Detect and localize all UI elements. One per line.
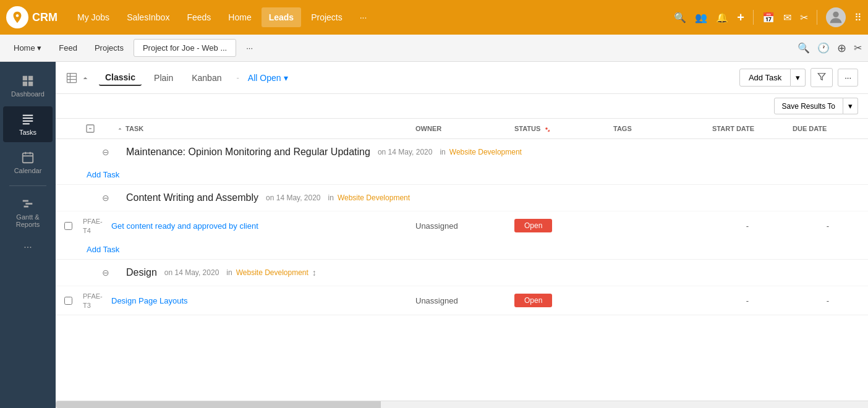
toolbar-right: Add Task ▾ ··· xyxy=(739,68,858,87)
nav-project-tab[interactable]: Project for Joe - Web ... xyxy=(134,39,236,57)
section-collapse-design[interactable]: ⊖ xyxy=(102,268,109,278)
svg-rect-13 xyxy=(23,200,28,202)
section-project-0[interactable]: Website Development xyxy=(449,148,522,156)
logo-text: CRM xyxy=(32,11,57,24)
filter-button[interactable] xyxy=(811,68,833,87)
filter-label: All Open xyxy=(248,73,281,83)
section-title-content: Content Writing and Assembly xyxy=(126,192,258,203)
svg-point-23 xyxy=(546,127,548,130)
task-status-t4[interactable]: Open xyxy=(509,219,608,232)
nav-home[interactable]: Home xyxy=(221,7,258,27)
nav-feed[interactable]: Feed xyxy=(51,40,85,56)
task-owner-t3: Unassigned xyxy=(411,296,509,305)
add-task-section-1[interactable]: Add Task xyxy=(56,240,868,259)
nav-more[interactable]: ··· xyxy=(352,7,375,27)
section-title-maintenance: Maintenance: Opinion Monitoring and Regu… xyxy=(126,147,370,158)
svg-marker-20 xyxy=(818,74,825,80)
sidebar-more[interactable]: ··· xyxy=(19,237,36,258)
divider xyxy=(753,10,754,25)
task-status-t3[interactable]: Open xyxy=(509,294,608,307)
svg-point-0 xyxy=(833,12,838,17)
view-separator: - xyxy=(236,73,239,82)
avatar[interactable] xyxy=(826,7,846,27)
section-in-1: in xyxy=(328,193,334,202)
sidebar-dashboard-label: Dashboard xyxy=(11,90,45,98)
task-link-t4[interactable]: Get content ready and approved by client xyxy=(111,221,258,231)
bell-icon[interactable]: 🔔 xyxy=(716,12,728,23)
logo[interactable]: CRM xyxy=(6,6,57,28)
status-settings-icon[interactable] xyxy=(542,124,551,133)
filter-dropdown[interactable]: All Open ▾ xyxy=(248,73,288,83)
task-start-t3: - xyxy=(707,296,788,305)
col-owner-header: OWNER xyxy=(411,124,509,134)
second-settings-icon[interactable]: ✂ xyxy=(854,42,862,54)
task-id-t4: PFAE-T4 xyxy=(83,218,103,234)
nav-leads[interactable]: Leads xyxy=(262,7,301,27)
content-area: Classic Plain Kanban - All Open ▾ Add Ta… xyxy=(56,62,868,408)
nav-second-more[interactable]: ··· xyxy=(239,40,260,56)
sidebar-item-tasks[interactable]: Tasks xyxy=(3,106,53,142)
sidebar-item-gantt[interactable]: Gantt & Reports xyxy=(3,191,53,234)
contacts-icon[interactable]: 👥 xyxy=(695,12,707,23)
grid-icon[interactable]: ⠿ xyxy=(854,12,862,23)
table-icon xyxy=(66,72,78,84)
task-col-label: TASK xyxy=(126,125,143,132)
section-collapse-content[interactable]: ⊖ xyxy=(102,193,109,203)
save-results-button[interactable]: Save Results To xyxy=(774,98,844,114)
nav-projects-breadcrumb[interactable]: Projects xyxy=(87,40,131,56)
search-icon[interactable]: 🔍 xyxy=(674,12,686,23)
status-badge-t4[interactable]: Open xyxy=(514,219,552,232)
more-button[interactable]: ··· xyxy=(838,69,858,87)
tab-kanban[interactable]: Kanban xyxy=(185,70,228,85)
status-badge-t3[interactable]: Open xyxy=(514,294,552,307)
sort-icon-design[interactable]: ↕ xyxy=(312,268,317,278)
col-startdate-header: START DATE xyxy=(707,124,788,134)
section-date-1: on 14 May, 2020 xyxy=(266,193,321,202)
section-collapse-maintenance[interactable]: ⊖ xyxy=(102,147,109,157)
tab-classic[interactable]: Classic xyxy=(99,70,142,86)
section-header-content[interactable]: ⊖ Content Writing and Assembly on 14 May… xyxy=(56,185,868,211)
sidebar-item-calendar[interactable]: Calendar xyxy=(3,145,53,181)
nav-home-breadcrumb[interactable]: Home ▾ xyxy=(6,40,49,56)
second-plus-icon[interactable]: ⊕ xyxy=(837,41,846,55)
section-header-design[interactable]: ⊖ Design on 14 May, 2020 in Website Deve… xyxy=(56,260,868,286)
table-row: PFAE-T4 Get content ready and approved b… xyxy=(56,211,868,240)
task-checkbox-t4[interactable] xyxy=(56,222,80,230)
sidebar-item-dashboard[interactable]: Dashboard xyxy=(3,68,53,104)
col-checkbox xyxy=(56,124,80,134)
nav-salesinbox[interactable]: SalesInbox xyxy=(119,7,177,27)
task-check-t4[interactable] xyxy=(64,222,72,230)
tools-icon[interactable]: ✂ xyxy=(800,12,808,23)
calendar-icon[interactable]: 📅 xyxy=(762,12,775,23)
plus-icon[interactable]: + xyxy=(737,11,744,25)
section-header-maintenance[interactable]: ⊖ Maintenance: Opinion Monitoring and Re… xyxy=(56,139,868,165)
second-search-icon[interactable]: 🔍 xyxy=(798,42,810,54)
nav-my-jobs[interactable]: My Jobs xyxy=(70,7,117,27)
add-task-section-0[interactable]: Add Task xyxy=(56,165,868,184)
add-task-button[interactable]: Add Task xyxy=(739,69,791,87)
section-date-0: on 14 May, 2020 xyxy=(378,148,433,156)
second-nav-right: 🔍 🕐 ⊕ ✂ xyxy=(798,41,862,55)
task-name-col-t3: Design Page Layouts xyxy=(111,296,411,305)
section-project-2[interactable]: Website Development xyxy=(236,268,308,277)
task-due-t3: - xyxy=(788,296,868,305)
save-results-arrow[interactable]: ▾ xyxy=(843,98,858,114)
svg-rect-1 xyxy=(23,76,27,80)
section-project-1[interactable]: Website Development xyxy=(338,193,410,202)
task-link-t3[interactable]: Design Page Layouts xyxy=(111,296,188,305)
nav-projects[interactable]: Projects xyxy=(304,7,350,27)
collapse-all-icon[interactable] xyxy=(85,124,95,134)
second-clock-icon[interactable]: 🕐 xyxy=(817,42,830,54)
table-header: TASK OWNER STATUS TAGS START DATE DUE DA… xyxy=(56,119,868,139)
tasks-icon xyxy=(21,113,35,126)
tab-plain[interactable]: Plain xyxy=(148,70,179,85)
task-checkbox-t3[interactable] xyxy=(56,297,80,305)
svg-rect-14 xyxy=(25,203,32,205)
mail-icon[interactable]: ✉ xyxy=(783,12,791,23)
add-task-arrow[interactable]: ▾ xyxy=(791,69,806,87)
sidebar-gantt-label: Gantt & Reports xyxy=(7,213,49,228)
nav-feeds[interactable]: Feeds xyxy=(179,7,218,27)
horizontal-scrollbar[interactable] xyxy=(56,401,868,408)
task-check-t3[interactable] xyxy=(64,297,72,305)
sort-icon[interactable] xyxy=(116,125,124,132)
